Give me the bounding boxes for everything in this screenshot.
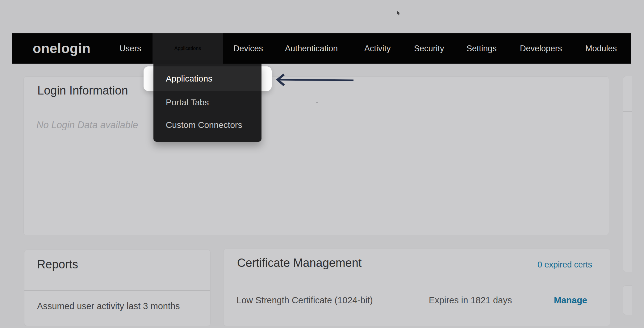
dropdown-item-custom-connectors-label: Custom Connectors (166, 120, 242, 130)
mouse-pointer-icon (396, 11, 401, 16)
nav-item-authentication[interactable]: Authentication (285, 33, 338, 64)
manage-certificate-button[interactable]: Manage (554, 295, 587, 305)
nav-item-devices[interactable]: Devices (233, 33, 263, 64)
reports-title: Reports (37, 258, 78, 271)
nav-item-settings[interactable]: Settings (466, 33, 497, 64)
nav-item-security[interactable]: Security (414, 33, 444, 64)
certificate-row-divider (224, 324, 610, 324)
dropdown-item-applications[interactable]: Applications (153, 66, 261, 91)
dropdown-item-custom-connectors[interactable]: Custom Connectors (153, 116, 261, 135)
cutoff-card-right-top (623, 76, 632, 272)
reports-row-divider (24, 324, 210, 324)
dropdown-item-applications-label: Applications (166, 74, 212, 84)
screen-artifact-dot (316, 102, 318, 103)
certificate-header-divider (224, 291, 610, 291)
certificate-management-title: Certificate Management (237, 256, 362, 270)
nav-item-modules[interactable]: Modules (585, 33, 617, 64)
cutoff-card-right-bottom (623, 285, 632, 315)
no-login-data-message: No Login Data available (36, 120, 138, 131)
cutoff-card-divider (623, 111, 632, 112)
onelogin-logo[interactable]: onelogin (33, 33, 90, 64)
login-information-title: Login Information (37, 84, 128, 97)
nav-item-applications-label: Applications (174, 46, 201, 51)
reports-header-divider (24, 290, 210, 291)
dropdown-item-portal-tabs[interactable]: Portal Tabs (153, 93, 261, 112)
nav-item-users[interactable]: Users (119, 33, 141, 64)
left-arrow-icon (275, 73, 356, 87)
login-information-card: Login Information No Login Data availabl… (23, 76, 609, 235)
certificate-expiry: Expires in 1821 days (429, 295, 512, 305)
report-list-item[interactable]: Assumed user activity last 3 months (37, 301, 180, 311)
certificate-management-card: Certificate Management 0 expired certs L… (223, 249, 610, 326)
expired-certs-link[interactable]: 0 expired certs (537, 260, 592, 270)
dropdown-item-portal-tabs-label: Portal Tabs (166, 98, 209, 107)
nav-item-activity[interactable]: Activity (364, 33, 391, 64)
reports-card: Reports Assumed user activity last 3 mon… (24, 250, 211, 326)
certificate-name: Low Strength Certificate (1024-bit) (236, 295, 373, 305)
top-navbar: onelogin Users Applications Devices Auth… (12, 33, 631, 64)
applications-dropdown-menu: Applications Portal Tabs Custom Connecto… (153, 64, 261, 142)
nav-item-developers[interactable]: Developers (520, 33, 562, 64)
nav-item-applications[interactable]: Applications (153, 33, 223, 64)
